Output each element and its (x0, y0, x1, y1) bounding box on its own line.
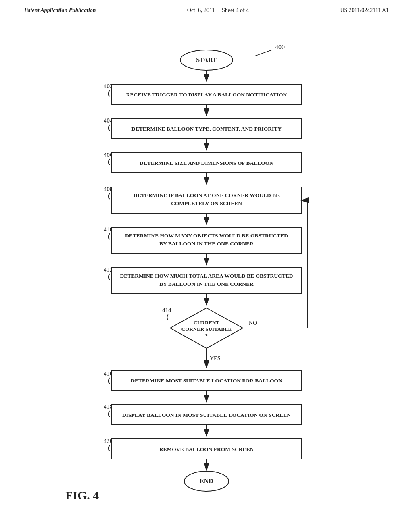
text-402: RECEIVE TRIGGER TO DISPLAY A BALLOON NOT… (126, 91, 287, 98)
text-412-2: BY BALLOON IN THE ONE CORNER (159, 281, 254, 287)
label-414: 414 (162, 307, 171, 313)
label-no: NO (249, 320, 257, 326)
text-418: DISPLAY BALLOON IN MOST SUITABLE LOCATIO… (122, 412, 291, 418)
flowchart-svg: 400 START 402 RECEIVE TRIGGER TO DISPLAY… (25, 22, 388, 513)
text-408-2: COMPLETELY ON SCREEN (171, 200, 242, 206)
text-404: DETERMINE BALLOON TYPE, CONTENT, AND PRI… (131, 126, 282, 132)
header-date: Oct. 6, 2011 (187, 7, 215, 13)
label-yes: YES (210, 355, 220, 362)
svg-line-1 (255, 50, 272, 56)
end-label: END (200, 478, 213, 484)
text-420: REMOVE BALLOON FROM SCREEN (159, 446, 254, 452)
diamond-414-text2: CORNER SUITABLE (181, 326, 232, 332)
ref-400: 400 (275, 44, 285, 50)
text-410-2: BY BALLOON IN THE ONE CORNER (159, 241, 254, 247)
figure-label: FIG. 4 (65, 488, 99, 502)
header-publication-label: Patent Application Publication (24, 7, 96, 14)
diamond-414-text3: ? (205, 332, 208, 339)
diamond-414-text1: CURRENT (194, 320, 220, 326)
text-406: DETERMINE SIZE AND DIMENSIONS OF BALLOON (140, 160, 273, 166)
text-408-1: DETERMINE IF BALLOON AT ONE CORNER WOULD… (133, 192, 280, 198)
flowchart-container: 400 START 402 RECEIVE TRIGGER TO DISPLAY… (0, 22, 413, 513)
text-410-1: DETERMINE HOW MANY OBJECTS WOULD BE OBST… (125, 233, 288, 239)
header-date-sheet: Oct. 6, 2011 Sheet 4 of 4 (187, 7, 249, 14)
text-412-1: DETERMINE HOW MUCH TOTAL AREA WOULD BE O… (120, 273, 293, 279)
header-sheet: Sheet 4 of 4 (222, 7, 249, 13)
start-label: START (196, 56, 217, 63)
header-patent-number: US 2011/0242111 A1 (340, 7, 389, 14)
page-header: Patent Application Publication Oct. 6, 2… (0, 0, 413, 14)
text-416: DETERMINE MOST SUITABLE LOCATION FOR BAL… (131, 378, 282, 384)
